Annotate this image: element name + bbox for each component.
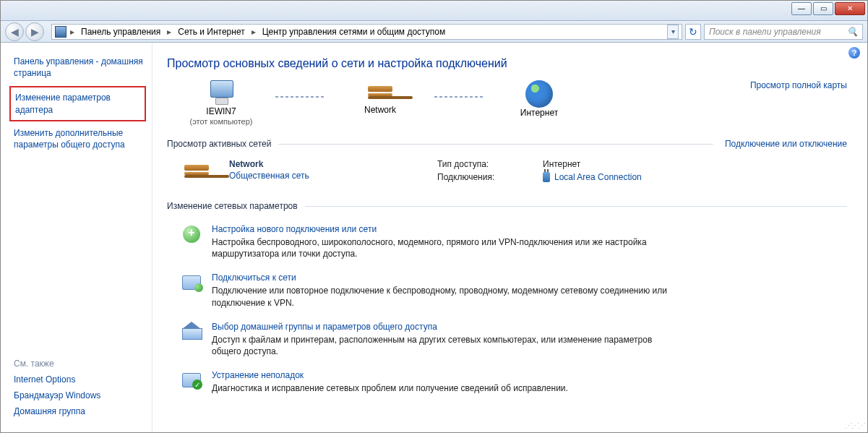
see-also-section: См. также Internet Options Брандмауэр Wi… bbox=[14, 359, 145, 422]
network-node-internet: Интернет bbox=[485, 80, 593, 118]
change-settings-header: Изменение сетевых параметров bbox=[167, 201, 847, 211]
help-icon[interactable]: ? bbox=[848, 47, 860, 59]
node-label: IEWIN7 bbox=[206, 106, 236, 116]
breadcrumb-item[interactable]: Центр управления сетями и общим доступом bbox=[259, 27, 449, 37]
sidebar-advanced-sharing-link[interactable]: Изменить дополнительные параметры общего… bbox=[14, 127, 145, 150]
section-label: Просмотр активных сетей bbox=[167, 139, 271, 149]
add-connection-icon bbox=[183, 226, 200, 243]
option-homegroup: Выбор домашней группы и параметров общег… bbox=[167, 314, 847, 363]
option-description: Доступ к файлам и принтерам, расположенн… bbox=[212, 334, 674, 357]
sidebar-adapter-settings-link[interactable]: Изменение параметров адаптера bbox=[9, 86, 146, 121]
connections-label: Подключения: bbox=[437, 172, 524, 182]
nav-forward-button[interactable]: ▶ bbox=[25, 22, 44, 41]
option-description: Настройка беспроводного, широкополосного… bbox=[212, 236, 674, 260]
network-name: Network bbox=[229, 159, 381, 169]
option-title-link[interactable]: Устранение неполадок bbox=[212, 370, 568, 380]
control-panel-icon bbox=[55, 26, 66, 38]
resize-grip[interactable]: ⋰⋰⋰ bbox=[845, 421, 864, 431]
option-new-connection: Настройка нового подключения или сети На… bbox=[167, 217, 847, 265]
option-description: Диагностика и исправление сетевых пробле… bbox=[212, 382, 568, 394]
breadcrumb-item[interactable]: Сеть и Интернет bbox=[175, 27, 247, 37]
breadcrumb-dropdown-button[interactable]: ▾ bbox=[667, 25, 679, 39]
refresh-button[interactable]: ↻ bbox=[685, 24, 701, 40]
sidebar: Панель управления - домашняя страница Из… bbox=[1, 43, 152, 432]
breadcrumb-separator: ▸ bbox=[249, 27, 258, 37]
network-map: IEWIN7 (этот компьютер) Network Интернет… bbox=[167, 80, 847, 126]
view-full-map-link[interactable]: Просмотр полной карты bbox=[750, 80, 847, 90]
main-content: ? Просмотр основных сведений о сети и на… bbox=[152, 43, 867, 432]
see-also-link[interactable]: Internet Options bbox=[14, 374, 145, 385]
connect-network-icon bbox=[182, 275, 201, 290]
bench-network-icon bbox=[365, 80, 395, 105]
node-sublabel: (этот компьютер) bbox=[189, 117, 252, 126]
option-description: Подключение или повторное подключение к … bbox=[212, 285, 674, 308]
see-also-link[interactable]: Брандмауэр Windows bbox=[14, 390, 145, 400]
network-type-link[interactable]: Общественная сеть bbox=[229, 171, 381, 181]
address-bar-row: ◀ ▶ ▸ Панель управления ▸ Сеть и Интерне… bbox=[1, 21, 867, 43]
bench-network-icon bbox=[181, 159, 212, 184]
refresh-icon: ↻ bbox=[689, 26, 697, 38]
nav-back-button[interactable]: ◀ bbox=[5, 22, 24, 41]
search-icon: 🔍 bbox=[847, 27, 858, 37]
breadcrumb-item[interactable]: Панель управления bbox=[78, 27, 163, 37]
option-connect-network: Подключиться к сети Подключение или повт… bbox=[167, 265, 847, 314]
access-type-value: Интернет bbox=[543, 159, 642, 169]
window-titlebar: — ▭ ✕ bbox=[1, 1, 867, 21]
network-node-this-computer: IEWIN7 (этот компьютер) bbox=[167, 80, 275, 126]
connection-link[interactable]: Local Area Connection bbox=[543, 172, 642, 182]
homegroup-icon bbox=[182, 324, 201, 340]
search-placeholder: Поиск в панели управления bbox=[709, 27, 821, 37]
diagnostics-icon bbox=[182, 373, 201, 387]
option-title-link[interactable]: Настройка нового подключения или сети bbox=[212, 224, 674, 234]
option-title-link[interactable]: Выбор домашней группы и параметров общег… bbox=[212, 322, 674, 332]
sidebar-home-link[interactable]: Панель управления - домашняя страница bbox=[14, 56, 145, 79]
active-networks-header: Просмотр активных сетей Подключение или … bbox=[167, 139, 847, 149]
maximize-button[interactable]: ▭ bbox=[813, 2, 833, 15]
breadcrumb[interactable]: ▸ Панель управления ▸ Сеть и Интернет ▸ … bbox=[51, 24, 682, 40]
search-input[interactable]: Поиск в панели управления 🔍 bbox=[704, 24, 863, 40]
minimize-button[interactable]: — bbox=[791, 2, 812, 15]
network-node-network: Network bbox=[326, 80, 434, 115]
breadcrumb-separator: ▸ bbox=[165, 27, 173, 37]
connect-disconnect-link[interactable]: Подключение или отключение bbox=[725, 139, 847, 149]
section-label: Изменение сетевых параметров bbox=[167, 201, 298, 211]
active-network-row: Network Общественная сеть Тип доступа: И… bbox=[167, 155, 847, 188]
page-title: Просмотр основных сведений о сети и наст… bbox=[167, 57, 847, 70]
computer-icon bbox=[206, 80, 236, 106]
close-button[interactable]: ✕ bbox=[835, 2, 865, 15]
option-troubleshoot: Устранение неполадок Диагностика и испра… bbox=[167, 363, 847, 400]
see-also-link[interactable]: Домашняя группа bbox=[14, 406, 145, 416]
globe-icon bbox=[525, 80, 553, 108]
network-connection-line bbox=[275, 96, 326, 98]
network-connection-line bbox=[434, 96, 485, 98]
connection-name: Local Area Connection bbox=[554, 172, 642, 182]
option-title-link[interactable]: Подключиться к сети bbox=[212, 273, 674, 283]
breadcrumb-separator: ▸ bbox=[68, 27, 77, 37]
see-also-header: См. также bbox=[14, 359, 145, 369]
node-label: Network bbox=[364, 105, 396, 115]
node-label: Интернет bbox=[520, 108, 558, 118]
access-type-label: Тип доступа: bbox=[437, 159, 524, 169]
ethernet-plug-icon bbox=[543, 172, 550, 182]
